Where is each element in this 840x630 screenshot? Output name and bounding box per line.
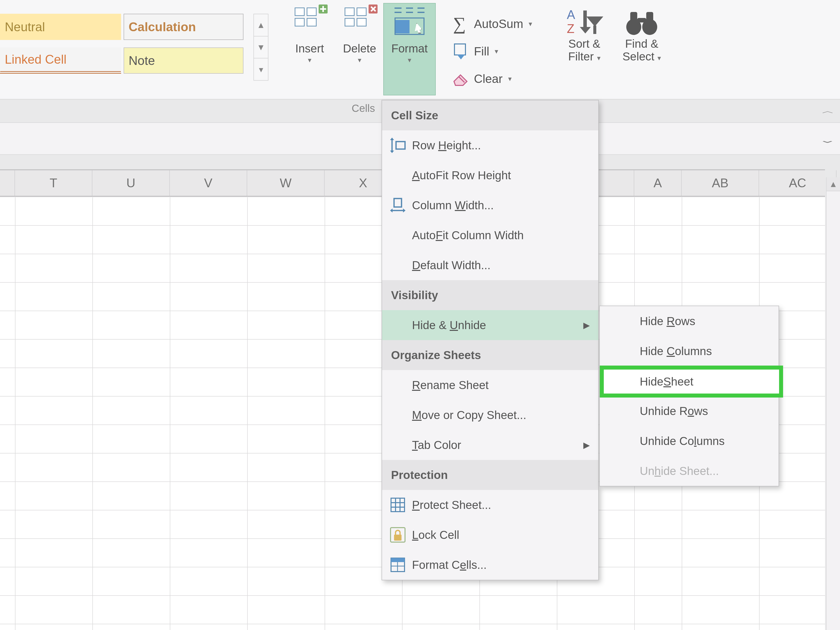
hide-sheet-item[interactable]: Hide Sheet [600, 366, 778, 396]
column-header[interactable]: W [247, 170, 325, 196]
sort-filter-label: Sort & Filter [568, 37, 600, 63]
menu-section-organize: Organize Sheets [382, 340, 598, 370]
column-header[interactable]: T [15, 170, 92, 196]
style-calculation[interactable]: Calculation [123, 14, 243, 40]
find-select-button[interactable]: Find & Select ▾ [617, 8, 667, 63]
svg-rect-6 [637, 18, 646, 22]
style-gallery-scroll[interactable]: ▲ ▼ ▾ [253, 14, 268, 81]
svg-rect-17 [391, 558, 404, 562]
delete-cells-button[interactable]: Delete ▾ [335, 3, 385, 95]
tab-color-item[interactable]: Tab Color ▶ [382, 430, 598, 460]
menu-section-visibility: Visibility [382, 280, 598, 310]
menu-label: Unhide Sheet... [640, 464, 719, 478]
column-header[interactable]: AB [682, 170, 759, 196]
unhide-sheet-item: Unhide Sheet... [600, 456, 778, 486]
menu-label: AutoFit Column Width [412, 229, 524, 242]
style-label: Note [129, 54, 155, 68]
row-height-item[interactable]: Row Height... [382, 130, 598, 160]
hide-columns-item[interactable]: Hide Columns [600, 336, 778, 366]
column-header[interactable]: V [170, 170, 247, 196]
format-icon [395, 8, 425, 35]
chevron-down-icon: ▾ [597, 54, 600, 62]
scroll-up-button[interactable]: ▲ [826, 177, 840, 191]
autofit-row-height-item[interactable]: AutoFit Row Height [382, 160, 598, 190]
sort-filter-icon: AZ [567, 8, 602, 38]
lock-cell-item[interactable]: Lock Cell [382, 520, 598, 550]
style-note[interactable]: Note [123, 47, 243, 74]
menu-label: Format Cells... [412, 558, 487, 572]
style-scroll-down[interactable]: ▼ [254, 36, 268, 58]
delete-label: Delete [343, 43, 376, 54]
submenu-arrow-icon: ▶ [583, 320, 590, 330]
default-width-item[interactable]: Default Width... [382, 250, 598, 280]
chevron-down-icon: ▾ [408, 56, 411, 64]
unhide-columns-item[interactable]: Unhide Columns [600, 426, 778, 456]
chevron-down-icon: ▾ [308, 56, 311, 64]
autosum-button[interactable]: ∑ AutoSum ▾ [450, 10, 554, 38]
editing-group: ∑ AutoSum ▾ Fill ▾ Clear ▾ [450, 10, 554, 92]
menu-label: Unhide Columns [640, 434, 725, 448]
eraser-icon [450, 70, 469, 87]
svg-rect-7 [396, 142, 405, 149]
menu-label: Lock Cell [412, 528, 459, 542]
sort-filter-button[interactable]: AZ Sort & Filter ▾ [559, 8, 609, 63]
svg-rect-5 [646, 12, 653, 22]
fill-button[interactable]: Fill ▾ [450, 38, 554, 65]
delete-cells-icon [344, 8, 374, 35]
column-width-item[interactable]: Column Width... [382, 190, 598, 220]
move-copy-sheet-item[interactable]: Move or Copy Sheet... [382, 400, 598, 430]
collapse-ribbon-button[interactable]: ︿ [822, 106, 834, 115]
expand-formula-bar[interactable]: ⌄ [818, 136, 837, 145]
lock-icon [389, 526, 406, 543]
style-neutral[interactable]: Neutral [0, 14, 121, 40]
fill-down-icon [450, 43, 469, 60]
chevron-down-icon: ▾ [495, 47, 498, 55]
style-scroll-up[interactable]: ▲ [254, 14, 268, 36]
protect-sheet-item[interactable]: Protect Sheet... [382, 490, 598, 520]
ribbon: Neutral Calculation Linked Cell Note ▲ ▼… [0, 0, 840, 100]
svg-rect-4 [630, 12, 637, 22]
fill-label: Fill [474, 44, 489, 58]
hide-unhide-item[interactable]: Hide & Unhide ▶ [382, 310, 598, 340]
menu-label: Default Width... [412, 259, 490, 272]
clear-label: Clear [474, 72, 503, 86]
format-cells-button[interactable]: Format ▾ [383, 3, 436, 95]
menu-label: Row Height... [412, 139, 481, 152]
insert-cells-icon [295, 8, 325, 35]
format-cells-icon [389, 556, 406, 573]
menu-section-protection: Protection [382, 460, 598, 490]
style-label: Calculation [129, 20, 196, 34]
svg-rect-15 [394, 535, 401, 541]
column-header[interactable]: AC [759, 170, 837, 196]
clear-button[interactable]: Clear ▾ [450, 65, 554, 92]
submenu-arrow-icon: ▶ [583, 440, 590, 450]
column-header[interactable] [0, 170, 15, 196]
find-select-label: Find & Select [622, 37, 658, 63]
style-linked-cell[interactable]: Linked Cell [0, 47, 121, 74]
style-gallery-expand[interactable]: ▾ [254, 58, 268, 80]
style-label: Linked Cell [5, 52, 66, 67]
menu-label: Unhide Rows [640, 404, 708, 418]
chevron-down-icon: ▾ [657, 54, 661, 62]
hide-rows-item[interactable]: Hide Rows [600, 306, 778, 336]
svg-rect-8 [394, 199, 401, 207]
insert-cells-button[interactable]: Insert ▾ [285, 3, 335, 95]
unhide-rows-item[interactable]: Unhide Rows [600, 396, 778, 426]
menu-label: Hide Rows [640, 314, 695, 328]
format-dropdown-menu: Cell Size Row Height... AutoFit Row Heig… [382, 100, 599, 580]
chevron-down-icon: ▾ [529, 20, 532, 28]
cell-styles-gallery[interactable]: Neutral Calculation Linked Cell Note [0, 14, 252, 81]
rename-sheet-item[interactable]: Rename Sheet [382, 370, 598, 400]
vertical-scrollbar[interactable]: ▲ [826, 177, 840, 630]
column-header[interactable]: U [92, 170, 170, 196]
autofit-column-width-item[interactable]: AutoFit Column Width [382, 220, 598, 250]
menu-section-cell-size: Cell Size [382, 100, 598, 130]
style-label: Neutral [5, 20, 45, 34]
autosum-label: AutoSum [474, 17, 523, 31]
column-header[interactable]: A [634, 170, 682, 196]
sort-find-group: AZ Sort & Filter ▾ Find & Select ▾ [559, 8, 667, 63]
chevron-down-icon: ▾ [358, 56, 361, 64]
chevron-down-icon: ▾ [508, 75, 512, 83]
format-cells-item[interactable]: Format Cells... [382, 550, 598, 580]
format-label: Format [391, 43, 428, 54]
